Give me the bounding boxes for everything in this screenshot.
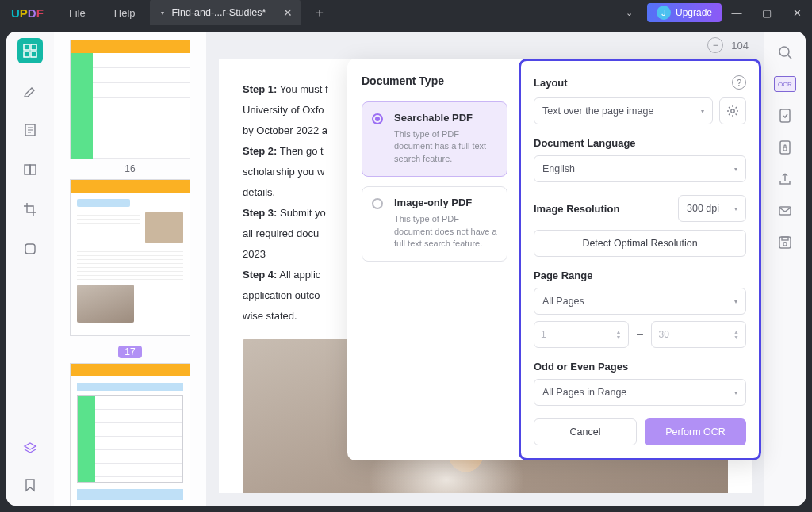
chevron-down-icon: ▾ xyxy=(734,205,737,212)
bookmark-tool[interactable] xyxy=(17,472,43,498)
detect-resolution-button[interactable]: Detect Optimal Resolution xyxy=(534,230,746,257)
range-from-input[interactable]: 1▲▼ xyxy=(534,321,629,348)
chevron-down-icon: ▾ xyxy=(734,166,737,173)
tab-title: Find-and-...r-Studies* xyxy=(172,7,275,18)
svg-rect-5 xyxy=(25,165,30,174)
window-minimize[interactable]: ― xyxy=(722,0,752,25)
layout-label: Layout xyxy=(534,77,568,89)
thumbnail-18[interactable]: 18 xyxy=(68,363,192,506)
thumbnail-panel[interactable]: 16 17 18 xyxy=(54,32,206,506)
note-tool[interactable] xyxy=(17,117,43,143)
zoom-out-button[interactable]: − xyxy=(707,37,723,53)
svg-point-8 xyxy=(779,47,789,56)
svg-rect-2 xyxy=(24,52,29,57)
cancel-button[interactable]: Cancel xyxy=(534,418,637,445)
share-icon[interactable] xyxy=(777,171,793,187)
email-icon[interactable] xyxy=(777,203,793,219)
svg-rect-9 xyxy=(780,109,790,122)
layers-tool[interactable] xyxy=(17,436,43,461)
document-type-heading: Document Type xyxy=(362,75,508,87)
svg-point-14 xyxy=(783,243,787,246)
layout-select[interactable]: Text over the page image▾ xyxy=(534,97,713,124)
radio-icon xyxy=(372,198,383,209)
svg-rect-3 xyxy=(31,52,36,57)
protect-icon[interactable] xyxy=(777,139,793,155)
ocr-icon[interactable]: OCR xyxy=(774,76,796,92)
upgrade-button[interactable]: J Upgrade xyxy=(647,3,722,22)
svg-rect-15 xyxy=(782,237,788,240)
search-icon[interactable] xyxy=(777,44,793,60)
svg-rect-6 xyxy=(30,165,36,174)
svg-rect-1 xyxy=(31,44,36,50)
tabs-overflow-icon[interactable]: ⌄ xyxy=(611,8,647,18)
chevron-down-icon: ▾ xyxy=(701,108,704,115)
window-close[interactable]: ✕ xyxy=(782,0,812,25)
language-select[interactable]: English▾ xyxy=(534,155,746,182)
page-range-label: Page Range xyxy=(534,269,746,281)
ocr-dialog: Document Type Searchable PDF This type o… xyxy=(347,59,761,460)
save-icon[interactable] xyxy=(777,235,793,250)
thumbnail-17[interactable]: 17 xyxy=(68,179,192,358)
upgrade-label: Upgrade xyxy=(676,7,712,18)
zoom-toolbar: − 104 xyxy=(206,32,764,59)
app-logo: UPDF xyxy=(0,6,55,20)
menu-file[interactable]: File xyxy=(55,0,100,25)
doc-type-searchable[interactable]: Searchable PDF This type of PDF document… xyxy=(362,101,508,177)
thumbnails-tool[interactable] xyxy=(17,38,43,63)
resolution-label: Image Resolution xyxy=(534,203,619,215)
left-toolbar xyxy=(6,32,54,506)
odd-even-select[interactable]: All Pages in Range▾ xyxy=(534,379,746,406)
thumbnail-16[interactable]: 16 xyxy=(68,40,192,174)
svg-rect-11 xyxy=(783,147,787,151)
range-dash: – xyxy=(637,327,644,342)
range-to-input[interactable]: 30▲▼ xyxy=(651,321,746,348)
highlight-tool[interactable] xyxy=(17,78,43,103)
doc-type-image-only[interactable]: Image-only PDF This type of PDF document… xyxy=(362,186,508,262)
menu-help[interactable]: Help xyxy=(100,0,150,25)
avatar: J xyxy=(657,6,671,20)
radio-icon xyxy=(372,113,383,124)
odd-even-label: Odd or Even Pages xyxy=(534,361,746,373)
right-toolbar: OCR xyxy=(764,32,806,506)
convert-icon[interactable] xyxy=(777,108,793,124)
new-tab-button[interactable]: ＋ xyxy=(301,5,339,21)
svg-rect-12 xyxy=(779,207,791,215)
thumbnail-number: 16 xyxy=(68,163,192,174)
window-maximize[interactable]: ▢ xyxy=(752,0,782,25)
ocr-settings-panel: Layout ? Text over the page image▾ Docum… xyxy=(519,59,761,460)
tab-dropdown-icon[interactable]: ▾ xyxy=(161,10,164,17)
language-label: Document Language xyxy=(534,137,746,149)
svg-rect-7 xyxy=(25,244,35,254)
help-icon[interactable]: ? xyxy=(732,75,746,90)
crop-tool[interactable] xyxy=(17,197,43,222)
perform-ocr-button[interactable]: Perform OCR xyxy=(645,418,746,445)
close-icon[interactable]: ✕ xyxy=(283,6,293,19)
svg-point-16 xyxy=(731,109,734,113)
chevron-down-icon: ▾ xyxy=(734,298,737,305)
document-tab[interactable]: ▾ Find-and-...r-Studies* ✕ xyxy=(150,0,301,25)
svg-rect-0 xyxy=(24,44,29,50)
page-range-select[interactable]: All Pages▾ xyxy=(534,288,746,315)
compare-tool[interactable] xyxy=(17,157,43,182)
chevron-down-icon: ▾ xyxy=(734,389,737,396)
stamp-tool[interactable] xyxy=(17,236,43,262)
thumbnail-number: 17 xyxy=(118,346,141,358)
layout-settings-button[interactable] xyxy=(719,97,746,124)
zoom-value: 104 xyxy=(731,40,749,52)
resolution-select[interactable]: 300 dpi▾ xyxy=(678,195,746,222)
titlebar: UPDF File Help ▾ Find-and-...r-Studies* … xyxy=(0,0,812,25)
